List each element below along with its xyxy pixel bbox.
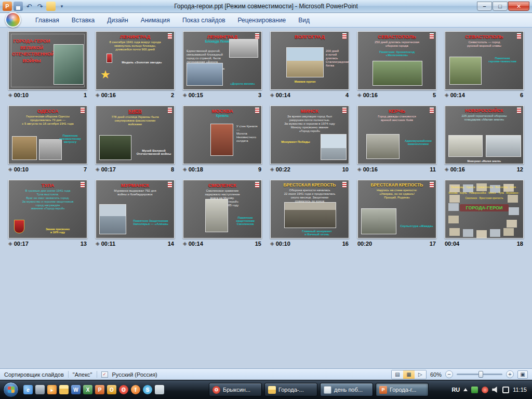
transition-icon[interactable] [357,92,362,98]
fit-to-window-button[interactable] [517,370,528,379]
language-status-label[interactable]: Русский (Россия) [112,371,157,378]
slide-thumbnail[interactable]: Ленинград · Одесса · Севастополь · Волго… [445,180,524,248]
zoom-slider-thumb[interactable] [478,371,483,378]
slide-title: КЕРЧЬ [358,108,436,114]
slide-thumbnail[interactable]: ОДЕССА Героическая оборона Одессы продол… [8,105,87,174]
outlook-icon[interactable] [107,385,116,394]
messenger-icon[interactable] [143,385,152,394]
slide-thumbnail[interactable]: БРЕСТСКАЯ КРЕПОСТЬ Надпись на стене креп… [357,180,436,248]
transition-icon[interactable] [270,241,274,246]
transition-icon[interactable] [445,166,449,172]
taskbar-button-document[interactable]: день поб... [320,383,373,396]
notepad-icon[interactable] [155,385,164,394]
slide-title: НОВОРОССИЙСК [445,108,523,113]
slide-sorter-view-button[interactable] [403,370,415,379]
save-icon[interactable] [14,2,23,11]
transition-icon[interactable] [183,166,187,172]
security-tray-icon[interactable] [471,387,478,393]
tab-home[interactable]: Главная [29,14,65,26]
slide-thumbnail[interactable]: МИНСК За время оккупации город был разру… [270,105,349,174]
slide-thumbnail[interactable]: МОСКВА Кремль У стен Кремля — Могила Неи… [183,105,262,174]
language-indicator[interactable]: RU [451,387,460,393]
tab-slideshow[interactable]: Показ слайдов [176,14,232,26]
undo-icon[interactable] [24,2,34,11]
slide-title: ЛЕНИНГРАД [96,34,174,39]
start-button[interactable] [3,382,19,397]
opera-icon[interactable] [119,385,128,394]
tab-insert[interactable]: Вставка [65,14,101,26]
network-icon[interactable] [502,387,509,393]
slide-thumbnail[interactable]: ЛЕНИНГРАД Блокада Ленинграда Единственно… [183,31,262,100]
transition-icon[interactable] [357,166,362,172]
transition-icon[interactable] [96,166,100,172]
slide-thumbnail[interactable]: ЛЕНИНГРАД 8 сентября 1941 года вокруг го… [96,31,175,100]
minimize-button[interactable] [477,2,492,11]
transition-icon[interactable] [270,166,274,172]
slide-thumbnail[interactable]: МУРМАНСК Мурманск выдержал 792 дня войны… [96,180,175,248]
slide-thumbnail[interactable]: ВОЛГОГРАД 200 дней и ночей длилась Стали… [270,31,349,100]
transition-icon[interactable] [183,92,187,98]
slide-thumbnail[interactable]: СЕВАСТОПОЛЬ 250 дней длилась героическая… [357,31,436,100]
zoom-out-button[interactable]: − [445,370,453,378]
slide-photo-1 [99,204,126,234]
close-button[interactable] [508,2,529,11]
notification-tray-icon[interactable] [482,387,488,393]
excel-icon[interactable] [83,385,92,394]
slide-thumbnail[interactable]: ГОРОДА-ГЕРОИ ВЕЛИКОЙ ОТЕЧЕСТВЕННОЙ ВОЙНЫ… [8,31,87,100]
normal-view-button[interactable] [392,370,403,379]
transition-icon[interactable] [8,166,12,172]
slide-thumbnail[interactable]: КИЕВ 778 дней столица Украины была оккуп… [96,105,175,174]
tab-view[interactable]: Вид [292,14,316,26]
slide-thumbnail[interactable]: БРЕСТСКАЯ КРЕПОСТЬ Оборона крепости нача… [270,180,349,248]
slide-thumbnail[interactable]: СМОЛЕНСК Смоленское сражение задержало н… [183,180,262,248]
zoom-slider[interactable] [457,374,502,375]
transition-icon[interactable] [270,92,274,98]
powerpoint-icon[interactable] [95,385,104,394]
transition-icon[interactable] [96,92,100,98]
taskbar-button-powerpoint[interactable]: Города-г... [376,383,429,396]
slide-thumbnail[interactable]: СЕВАСТОПОЛЬ Севастополь — город русской … [445,31,524,100]
volume-icon[interactable] [492,387,499,393]
slide-canvas: СЕВАСТОПОЛЬ 250 дней длилась героическая… [357,31,436,90]
taskbar-button-folder[interactable]: Города-... [264,383,317,396]
maximize-button[interactable] [493,2,508,11]
tab-design[interactable]: Дизайн [101,14,134,26]
slide-canvas: Ленинград · Одесса · Севастополь · Волго… [445,180,524,238]
transition-icon[interactable] [445,92,449,98]
slide-canvas: ЛЕНИНГРАД Блокада Ленинграда Единственно… [183,31,262,90]
explorer-folder-icon[interactable] [59,385,69,394]
transition-icon[interactable] [183,241,187,246]
qat-customize-arrow-icon[interactable] [57,2,66,11]
taskbar-button-label: Брыксин... [223,387,250,393]
taskbar-button-opera[interactable]: Брыксин... [209,383,262,396]
slideshow-view-button[interactable] [415,370,426,379]
slide-thumbnail[interactable]: ТУЛА В грозные дни осени 1941 года Тула … [8,180,87,248]
tab-animation[interactable]: Анимация [135,14,176,26]
slide-photo-1 [54,44,84,85]
slide-timing: 00:20 [357,241,372,247]
slide-thumbnail[interactable]: КЕРЧЬ Город дважды становился ареной жес… [357,105,436,174]
slide-canvas: МУРМАНСК Мурманск выдержал 792 дня войны… [96,180,175,238]
zoom-percent-label[interactable]: 60% [430,371,442,378]
zoom-in-button[interactable]: + [506,370,514,378]
hidden-icons-arrow-icon[interactable] [463,388,468,391]
transition-icon[interactable] [8,241,12,246]
slide-thumbnail[interactable]: НОВОРОССИЙСК 225 дней героической оборон… [445,105,524,174]
slide-number: 15 [255,241,262,247]
open-icon[interactable] [46,2,56,11]
spell-check-icon[interactable] [101,371,108,378]
firefox-icon[interactable] [131,385,140,394]
clock[interactable]: 11:15 [513,387,527,393]
internet-explorer-icon[interactable] [23,385,33,394]
word-icon[interactable] [71,385,81,394]
redo-icon[interactable] [35,2,45,11]
quick-access-toolbar [0,2,66,11]
media-player-icon[interactable] [47,385,57,394]
slide-number: 7 [84,166,87,172]
transition-icon[interactable] [8,92,12,98]
slide-photo-1 [205,199,228,232]
show-desktop-icon[interactable] [35,385,45,394]
tab-review[interactable]: Рецензирование [232,14,292,26]
transition-icon[interactable] [96,241,100,246]
office-button[interactable] [5,12,21,28]
